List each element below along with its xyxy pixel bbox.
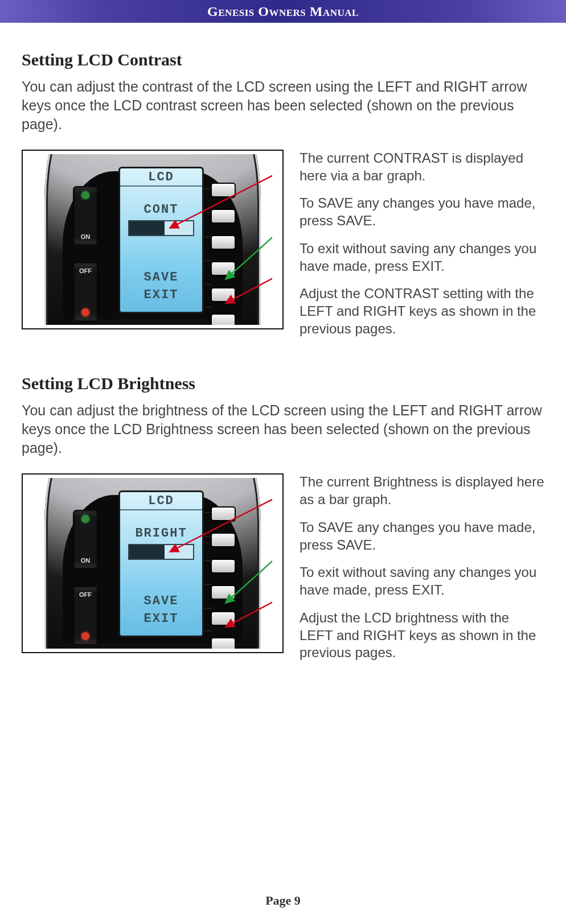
device-mockup-contrast: ON OFF LCD CONT SAVE EXIT [33,154,272,325]
soft-key-1 [211,506,236,521]
off-icon [81,308,89,316]
page-footer: Page 9 [0,893,566,908]
lcd-save-label: SAVE [120,594,202,608]
power-on-button: ON [73,186,98,245]
off-label: OFF [73,591,97,598]
on-label: ON [73,233,97,240]
power-off-button: OFF [73,586,98,645]
note-exit: To exit without saving any changes you h… [300,564,544,599]
power-icon [81,515,89,523]
device-mockup-brightness: ON OFF LCD BRIGHT SAVE EXIT [33,478,272,649]
brightness-bar [128,544,194,560]
lcd-field-label: BRIGHT [120,526,202,541]
notes-brightness: The current Brightness is displayed here… [300,473,544,671]
soft-key-6 [211,637,236,649]
power-on-button: ON [73,510,98,569]
notes-contrast: The current CONTRAST is displayed here v… [300,150,544,348]
manual-header: Genesis Owners Manual [0,0,566,23]
note-brightness-bar: The current Brightness is displayed here… [300,473,544,508]
lcd-exit-label: EXIT [120,612,202,626]
on-label: ON [73,557,97,564]
intro-contrast: You can adjust the contrast of the LCD s… [22,77,544,134]
soft-key-4 [211,585,236,600]
heading-set-lcd-brightness: Setting LCD Brightness [22,374,544,393]
note-save: To SAVE any changes you have made, press… [300,519,544,554]
contrast-bar [128,220,194,236]
note-contrast-bar: The current CONTRAST is displayed here v… [300,150,544,184]
note-adjust: Adjust the CONTRAST setting with the LEF… [300,285,544,337]
lcd-title: LCD [120,168,202,187]
note-adjust: Adjust the LCD brightness with the LEFT … [300,609,544,662]
lcd-exit-label: EXIT [120,288,202,302]
lcd-panel: LCD CONT SAVE EXIT [118,167,204,314]
soft-key-3 [211,559,236,574]
heading-set-lcd-contrast: Setting LCD Contrast [22,50,544,69]
note-exit: To exit without saving any changes you h… [300,240,544,275]
power-off-button: OFF [73,262,98,321]
soft-key-1 [211,183,236,197]
soft-key-6 [211,314,236,325]
lcd-save-label: SAVE [120,270,202,284]
lcd-title: LCD [120,492,202,510]
soft-key-5 [211,611,236,626]
figure-contrast: ON OFF LCD CONT SAVE EXIT [22,150,284,329]
soft-key-2 [211,533,236,547]
soft-key-3 [211,235,236,250]
intro-brightness: You can adjust the brightness of the LCD… [22,401,544,457]
power-icon [81,191,89,199]
soft-key-5 [211,287,236,302]
lcd-field-label: CONT [120,203,202,217]
off-icon [81,632,89,640]
figure-brightness: ON OFF LCD BRIGHT SAVE EXIT [22,473,284,653]
soft-key-4 [211,261,236,276]
note-save: To SAVE any changes you have made, press… [300,195,544,229]
off-label: OFF [73,267,97,274]
soft-key-2 [211,209,236,224]
lcd-panel: LCD BRIGHT SAVE EXIT [118,490,204,637]
